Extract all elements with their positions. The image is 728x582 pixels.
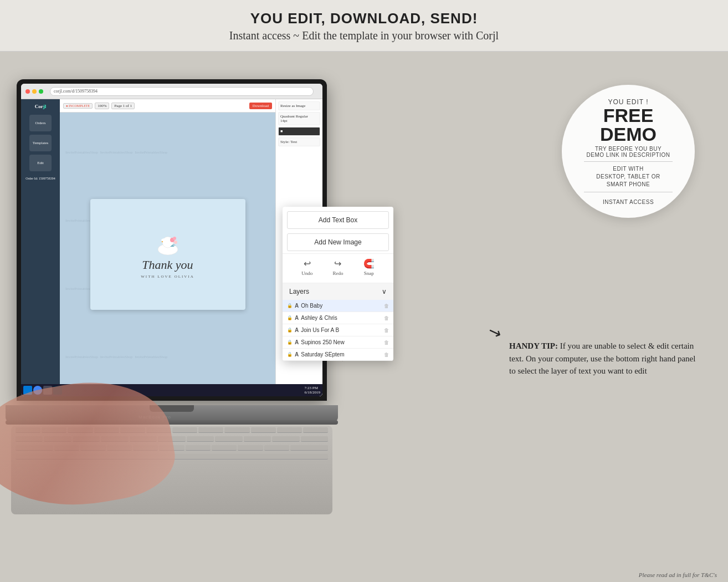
panel-style: Style: Text [278, 137, 320, 146]
panel-tools: ↩ Undo ↪ Redo 🧲 Snap [283, 253, 393, 280]
key [301, 436, 328, 442]
layer-lock-icon: 🔒 [287, 315, 293, 320]
layers-header-label: Layers [289, 288, 309, 295]
with-love-text: WITH LOVE OLIVIA [141, 274, 194, 279]
panel-resize: Resize as Image [278, 101, 320, 110]
sidebar-edit-icon[interactable]: Edit [29, 155, 52, 171]
demo-try-before: TRY BEFORE YOU BUY [595, 146, 662, 152]
minimize-dot [32, 89, 37, 94]
layers-chevron-icon: ∨ [382, 288, 387, 295]
subline: Instant access ~ Edit the template in yo… [0, 29, 728, 42]
snap-tool[interactable]: 🧲 Snap [363, 258, 375, 276]
add-new-image-button[interactable]: Add New Image [287, 233, 389, 251]
canvas-card: Thank you WITH LOVE OLIVIA [90, 199, 245, 310]
key [272, 436, 299, 442]
key [290, 445, 328, 451]
browser-bar: corjl.com/d/1509758394 [21, 84, 322, 99]
layer-item-join[interactable]: 🔒 A Join Us For A B 🗑 [283, 324, 393, 336]
toolbar-download[interactable]: Download [249, 103, 272, 109]
demo-free-label: FREE [603, 106, 654, 125]
key [186, 445, 211, 451]
key [251, 427, 276, 433]
key [303, 427, 328, 433]
add-text-box-button[interactable]: Add Text Box [287, 211, 389, 229]
editor-main: ● INCOMPLETE 100% Page 1 of 1 Download [60, 99, 275, 396]
undo-icon: ↩ [304, 258, 311, 269]
close-dot [25, 89, 30, 94]
layer-lock-icon: 🔒 [287, 328, 293, 333]
layers-header: Layers ∨ [283, 283, 393, 300]
layer-type-icon: A [295, 339, 299, 345]
layer-type-icon: A [295, 351, 299, 358]
layer-item-ashley[interactable]: 🔒 A Ashley & Chris 🗑 [283, 312, 393, 324]
key [215, 436, 242, 442]
svg-point-5 [173, 237, 176, 240]
layer-name-supinos: Supinos 250 New [301, 339, 382, 345]
layer-lock-icon: 🔒 [287, 340, 293, 345]
layer-name-saturday: Saturday SEptem [301, 351, 382, 358]
key [224, 427, 249, 433]
toolbar-incomplete[interactable]: ● INCOMPLETE [63, 103, 93, 109]
sidebar-orders-icon: Orders [29, 115, 52, 131]
redo-label: Redo [332, 270, 343, 276]
free-demo-circle: YOU EDIT ! FREE DEMO TRY BEFORE YOU BUY … [562, 85, 695, 218]
undo-label: Undo [301, 270, 312, 276]
editor-toolbar: ● INCOMPLETE 100% Page 1 of 1 Download [60, 99, 275, 113]
swan-illustration [151, 230, 184, 258]
layer-trash-icon[interactable]: 🗑 [384, 328, 389, 333]
layer-type-icon: A [295, 315, 299, 321]
demo-demo-label: DEMO [600, 125, 657, 144]
layer-name-ashley: Ashley & Chris [301, 315, 382, 321]
snap-icon: 🧲 [363, 258, 375, 269]
top-banner: YOU EDIT, DOWNLOAD, SEND! Instant access… [0, 0, 728, 52]
editor-sidebar: Corjl Orders Templates Edit Order Id: 15… [21, 99, 60, 396]
demo-divider-2 [584, 192, 673, 192]
svg-point-4 [174, 241, 177, 244]
demo-divider-1 [584, 161, 673, 162]
editor-area: Corjl Orders Templates Edit Order Id: 15… [21, 99, 322, 396]
key [212, 445, 237, 451]
layer-trash-icon[interactable]: 🗑 [384, 340, 389, 345]
laptop-screen: corjl.com/d/1509758394 Corjl Orders Temp… [21, 84, 322, 396]
handy-tip-strong: HANDY TIP: [509, 341, 558, 350]
layer-item-supinos[interactable]: 🔒 A Supinos 250 New 🗑 [283, 336, 393, 349]
toolbar-pages[interactable]: Page 1 of 1 [111, 103, 135, 109]
layer-trash-icon[interactable]: 🗑 [384, 303, 389, 309]
svg-point-2 [161, 238, 168, 242]
headline: YOU EDIT, DOWNLOAD, SEND! [0, 10, 728, 27]
watermark-row-1: InvitePrintablesShopInvitePrintablesShop… [65, 150, 270, 155]
layer-lock-icon: 🔒 [287, 303, 293, 308]
layer-name-oh-baby: Oh Baby [301, 303, 382, 309]
undo-tool[interactable]: ↩ Undo [301, 258, 312, 276]
layer-item-oh-baby[interactable]: 🔒 A Oh Baby 🗑 [283, 300, 393, 312]
redo-icon: ↪ [334, 258, 341, 269]
thank-you-text: Thank you [142, 258, 193, 272]
demo-edit-with: EDIT WITHDESKTOP, TABLET ORSMART PHONE [596, 165, 660, 188]
panel-layers: Layers ∨ 🔒 A Oh Baby 🗑 🔒 A Ashley & Chri… [283, 283, 393, 361]
demo-link: DEMO LINK IN DESCRIPTION [587, 152, 670, 158]
key [277, 427, 302, 433]
toolbar-zoom[interactable]: 100% [95, 103, 109, 109]
demo-instant-access: INSTANT ACCESS [603, 199, 654, 205]
key [172, 427, 197, 433]
layer-type-icon: A [295, 303, 299, 309]
key [244, 436, 271, 442]
order-id: Order Id: 1509758394 [25, 177, 55, 180]
redo-tool[interactable]: ↪ Redo [332, 258, 343, 276]
editor-canvas[interactable]: InvitePrintablesShopInvitePrintablesShop… [60, 113, 275, 396]
corjl-logo: Corjl [35, 104, 47, 109]
panel-font: Quadrant Regular14pt [278, 112, 320, 125]
key [187, 436, 214, 442]
layer-item-saturday[interactable]: 🔒 A Saturday SEptem 🗑 [283, 349, 393, 361]
panel-color: ■ [278, 127, 320, 136]
main-area: corjl.com/d/1509758394 Corjl Orders Temp… [0, 52, 728, 582]
layer-trash-icon[interactable]: 🗑 [384, 315, 389, 321]
maximize-dot [39, 89, 43, 94]
layer-type-icon: A [295, 327, 299, 333]
layer-name-join: Join Us For A B [301, 327, 382, 333]
browser-url: corjl.com/d/1509758394 [50, 87, 314, 96]
key [238, 445, 263, 451]
floating-panel: Add Text Box Add New Image ↩ Undo ↪ Redo… [283, 207, 393, 361]
layer-trash-icon[interactable]: 🗑 [384, 352, 389, 358]
snap-label: Snap [364, 270, 374, 276]
